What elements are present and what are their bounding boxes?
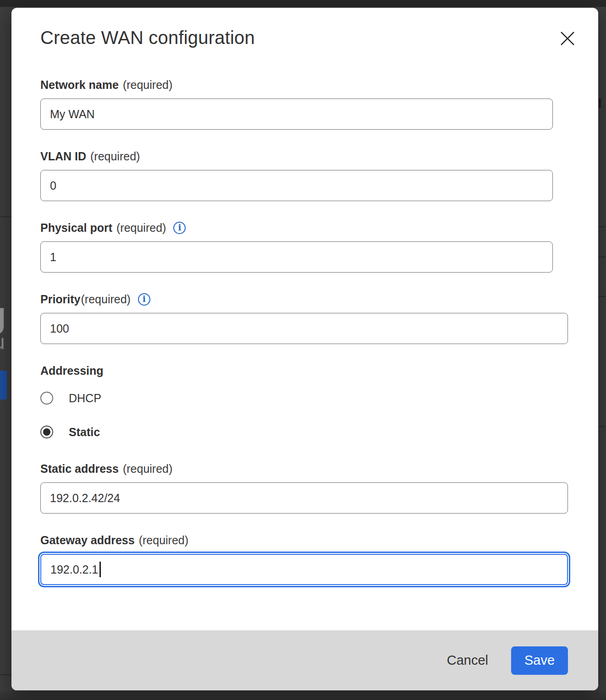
- background-blue-button-fragment: [0, 371, 7, 399]
- static-radio-label: Static: [69, 426, 100, 439]
- physical-port-input[interactable]: 1: [40, 241, 553, 273]
- priority-label: Priority: [40, 292, 81, 306]
- required-hint: (required): [139, 533, 188, 547]
- gateway-address-label: Gateway address: [40, 533, 135, 547]
- vlan-id-value: 0: [50, 179, 56, 192]
- vlan-id-input[interactable]: 0: [40, 170, 553, 201]
- addressing-option-dhcp[interactable]: DHCP: [40, 391, 569, 405]
- required-hint: (required): [81, 292, 131, 306]
- background-table-line: [0, 674, 11, 675]
- required-hint: (required): [123, 78, 172, 92]
- physical-port-value: 1: [50, 251, 56, 264]
- vlan-id-field: VLAN ID (required) 0: [40, 149, 569, 201]
- required-hint: (required): [90, 149, 140, 163]
- priority-field: Priority (required) i 100: [40, 292, 569, 344]
- addressing-heading: Addressing: [40, 364, 569, 377]
- dialog-footer: Cancel Save: [11, 630, 598, 690]
- background-text-fragment: g: [0, 294, 6, 336]
- static-address-value: 192.0.2.42/24: [50, 492, 120, 505]
- addressing-option-static[interactable]: Static: [40, 425, 569, 439]
- network-name-label: Network name: [40, 78, 119, 92]
- required-hint: (required): [123, 462, 172, 476]
- static-address-input[interactable]: 192.0.2.42/24: [40, 482, 568, 514]
- background-table-line: [598, 257, 606, 257]
- info-icon[interactable]: i: [173, 222, 186, 234]
- physical-port-label: Physical port: [40, 221, 112, 235]
- gateway-address-field: Gateway address (required) 192.0.2.1: [40, 533, 569, 585]
- radio-button-static[interactable]: [40, 426, 53, 438]
- vlan-id-label: VLAN ID: [40, 149, 86, 163]
- network-name-input[interactable]: My WAN: [40, 98, 553, 130]
- priority-value: 100: [50, 322, 69, 335]
- cancel-button[interactable]: Cancel: [447, 653, 488, 668]
- static-address-field: Static address (required) 192.0.2.42/24: [40, 462, 569, 514]
- required-hint: (required): [116, 221, 166, 235]
- gateway-address-input[interactable]: 192.0.2.1: [40, 554, 568, 585]
- dialog-title: Create WAN configuration: [40, 26, 569, 49]
- background-text-fragment: u: [0, 331, 5, 354]
- background-table-line: [598, 226, 606, 227]
- create-wan-configuration-dialog: Create WAN configuration Network name (r…: [11, 8, 598, 690]
- info-icon[interactable]: i: [138, 293, 150, 306]
- overlay-top-strip: [0, 0, 606, 7]
- network-name-field: Network name (required) My WAN: [40, 78, 569, 130]
- save-button[interactable]: Save: [511, 646, 568, 675]
- background-table-line: [598, 426, 606, 427]
- priority-input[interactable]: 100: [40, 313, 568, 344]
- physical-port-field: Physical port (required) i 1: [40, 221, 569, 273]
- gateway-address-value: 192.0.2.1: [50, 563, 98, 576]
- network-name-value: My WAN: [50, 108, 95, 121]
- static-address-label: Static address: [40, 462, 119, 476]
- background-table-line: [0, 216, 11, 217]
- text-cursor: [99, 562, 101, 577]
- dhcp-radio-label: DHCP: [69, 392, 101, 405]
- overlay-bottom-strip: [0, 690, 606, 700]
- radio-button-dhcp[interactable]: [40, 392, 53, 405]
- background-table-line: [598, 296, 606, 297]
